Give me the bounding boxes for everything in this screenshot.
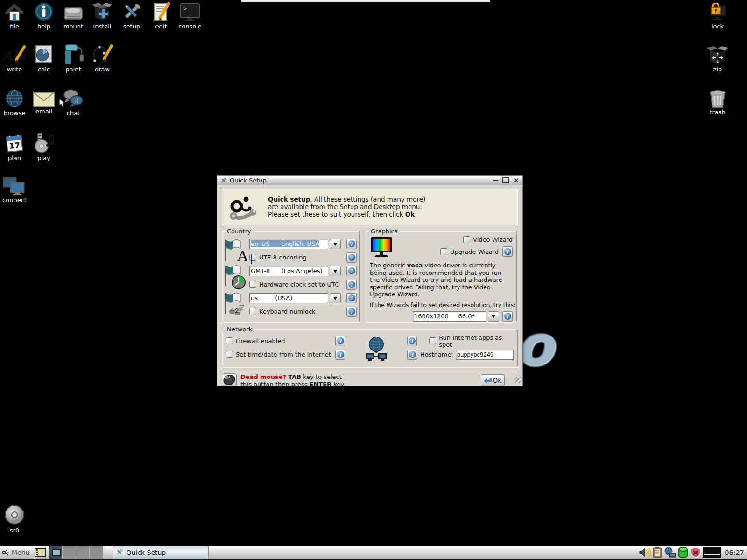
desktop-icon-help[interactable]: help <box>29 1 58 30</box>
abc-pen-icon: Abc <box>2 45 27 65</box>
icon-label: chat <box>59 110 88 117</box>
icon-label: plan <box>0 154 29 161</box>
mouse-cursor <box>59 98 66 110</box>
network-globe-icon <box>364 336 389 363</box>
workspace-3[interactable] <box>76 546 90 559</box>
locale-dropdown-button[interactable] <box>330 239 341 249</box>
desktop-icon-trash[interactable]: trash <box>703 88 732 116</box>
resolution-dropdown-button[interactable] <box>488 311 499 322</box>
taskbar-clock: 06:27 <box>725 549 744 556</box>
desktop-icon-zip[interactable]: zip <box>703 45 732 73</box>
clipboard-icon[interactable] <box>653 547 662 558</box>
locale-info-button[interactable]: i <box>346 239 357 249</box>
firewall-info-button[interactable]: i <box>335 336 345 346</box>
icon-label: calc <box>29 66 58 73</box>
keyboard-flag-icon <box>223 292 247 317</box>
memory-icon[interactable] <box>678 547 688 558</box>
icon-label: sr0 <box>0 527 29 534</box>
minimize-button[interactable] <box>492 177 499 184</box>
firewall-checkbox[interactable] <box>226 337 233 344</box>
taskbar-item-label: Quick Setup <box>126 549 166 556</box>
upgrade-wizard-info-button[interactable]: i <box>502 246 513 257</box>
network-monitor-blinky[interactable] <box>703 547 721 558</box>
hostname-input[interactable] <box>456 350 514 360</box>
video-wizard-checkbox[interactable] <box>463 236 470 243</box>
footer-line2-post: key. <box>331 381 345 388</box>
workspace-1[interactable] <box>49 546 63 559</box>
desktop-icon-console[interactable]: >_ console <box>176 3 204 30</box>
desktop-icon-plan[interactable]: 17 plan <box>0 133 29 161</box>
desktop-icon-edit[interactable]: edit <box>147 2 176 30</box>
desktop-icon-write[interactable]: Abc write <box>0 45 29 73</box>
timezone-info-button[interactable]: i <box>346 266 357 276</box>
intro-line3: Please set these to suit yourself, then … <box>268 210 405 218</box>
resolution-value: 747x560 66.0* <box>414 313 475 320</box>
desktop-icon-email[interactable]: email <box>29 91 58 115</box>
desktop-icon-connect[interactable]: connect <box>0 176 29 203</box>
firewall-label: Firewall enabled <box>236 337 285 344</box>
desktop-icon-draw[interactable]: draw <box>88 44 117 73</box>
hostname-info-button[interactable]: i <box>407 350 417 360</box>
utf8-info-button[interactable]: i <box>346 252 357 263</box>
icon-label: help <box>29 23 58 30</box>
dialog-footer: Dead mouse? TAB key to select this butto… <box>222 371 518 389</box>
ok-button[interactable]: Ok <box>481 374 505 386</box>
icon-label: file <box>0 23 29 30</box>
utf8-checkbox[interactable] <box>249 254 256 261</box>
numlock-info-button[interactable]: i <box>346 307 357 317</box>
workspace-window-thumb <box>52 549 61 556</box>
network-tray-icon[interactable] <box>664 547 676 558</box>
mouse-help-button[interactable] <box>222 373 237 386</box>
svg-text::): :) <box>75 98 78 103</box>
spreadsheet-chart-icon <box>33 44 55 65</box>
volume-icon[interactable] <box>639 547 651 558</box>
titlebar[interactable]: Quick Setup <box>217 176 522 185</box>
keyboard-group: us (USA) i Keyboard numlock i <box>223 291 357 318</box>
hwclock-label: Hardware clock set to UTC <box>259 281 339 288</box>
desktop-icon-lock[interactable]: lock <box>703 3 732 30</box>
tab-key-word: TAB <box>288 373 301 380</box>
keyboard-info-button[interactable]: i <box>346 293 357 303</box>
after-tab-text: key to select <box>301 373 342 380</box>
desktop-icon-file[interactable]: file <box>0 3 29 30</box>
upgrade-wizard-checkbox[interactable] <box>440 248 447 255</box>
maximize-button[interactable] <box>502 177 509 184</box>
keyboard-combo-entry[interactable]: us (USA) <box>249 293 328 303</box>
firewall-shield-icon[interactable] <box>690 547 701 558</box>
timedate-info-button[interactable]: i <box>335 350 345 360</box>
numlock-checkbox[interactable] <box>249 308 256 315</box>
archive-box-icon <box>706 45 729 65</box>
menu-button[interactable]: Menu <box>0 546 33 560</box>
hwclock-info-button[interactable]: i <box>346 280 357 290</box>
icon-label: draw <box>88 66 117 73</box>
desktop-icon-install[interactable]: install <box>88 2 117 30</box>
spot-label: Run Internet apps as spot <box>439 334 514 348</box>
desktop-icon-play[interactable]: play <box>29 133 58 161</box>
timedate-checkbox[interactable] <box>226 351 233 358</box>
window-list-button[interactable] <box>33 546 47 560</box>
dialog-body: Quick setup. All these settings (and man… <box>217 185 522 385</box>
close-button[interactable] <box>512 177 520 184</box>
desktop-icon-browse[interactable]: browse <box>0 89 29 117</box>
desktop-icon-calc[interactable]: calc <box>29 44 58 73</box>
spot-info-button[interactable]: i <box>407 336 417 346</box>
timezone-combo-entry[interactable]: GMT-8 (Los Angeles) <box>249 266 328 276</box>
resolution-info-button[interactable]: i <box>502 311 513 322</box>
resolution-combo-entry[interactable]: 747x560 66.0* <box>413 311 486 322</box>
resize-grip[interactable] <box>514 377 521 383</box>
workspace-4[interactable] <box>90 546 103 559</box>
timezone-dropdown-button[interactable] <box>330 266 341 276</box>
desktop-icon-mount[interactable]: mount <box>59 4 88 30</box>
hwclock-checkbox[interactable] <box>249 281 256 288</box>
desktop-icon-setup[interactable]: setup <box>117 2 146 30</box>
locale-combo-entry[interactable]: en_US English, USA <box>249 239 328 249</box>
country-legend: Country <box>225 228 253 235</box>
spot-checkbox[interactable] <box>429 337 436 344</box>
enter-arrow-icon <box>483 377 492 385</box>
desktop-icon-sr0[interactable]: sr0 <box>0 504 29 534</box>
hidden-window-edge[interactable] <box>241 0 490 2</box>
desktop-icon-paint[interactable]: paint <box>59 44 88 73</box>
taskbar-item-quick-setup[interactable]: Quick Setup <box>113 546 209 559</box>
keyboard-dropdown-button[interactable] <box>330 293 341 303</box>
workspace-2[interactable] <box>63 546 76 559</box>
